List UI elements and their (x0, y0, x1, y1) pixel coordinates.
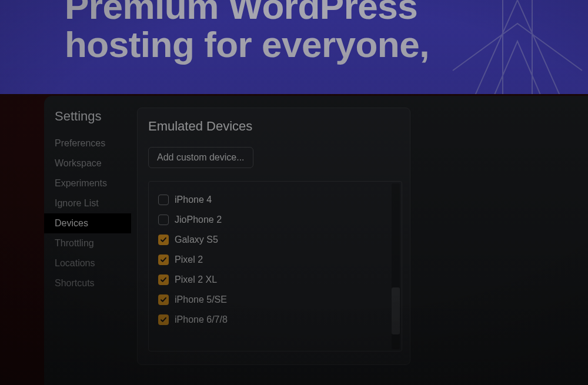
hero-banner: Premium WordPress hosting for everyone, (0, 0, 588, 94)
devtools-settings-panel: Settings PreferencesWorkspaceExperiments… (44, 96, 588, 385)
device-list-box: iPhone 4JioPhone 2Galaxy S5Pixel 2Pixel … (148, 181, 402, 351)
card-title: Emulated Devices (148, 119, 410, 134)
hero-line1: Premium WordPress (65, 0, 417, 26)
device-label: Pixel 2 XL (175, 274, 217, 285)
device-label: Pixel 2 (175, 255, 203, 265)
sidebar-item-devices[interactable]: Devices (44, 213, 131, 233)
settings-sidebar: Settings PreferencesWorkspaceExperiments… (44, 96, 131, 385)
settings-main: Emulated Devices Add custom device... iP… (131, 96, 588, 385)
hero-line2: hosting for everyone, (65, 24, 429, 65)
device-row[interactable]: JioPhone 2 (156, 210, 397, 230)
checkbox-checked-icon[interactable] (158, 274, 169, 285)
checkbox-checked-icon[interactable] (158, 314, 169, 325)
device-row[interactable]: Galaxy S5 (156, 230, 397, 250)
sidebar-item-experiments[interactable]: Experiments (52, 173, 131, 193)
sidebar-item-ignore-list[interactable]: Ignore List (52, 193, 131, 213)
device-label: JioPhone 2 (175, 215, 222, 225)
scrollbar-thumb[interactable] (392, 287, 400, 334)
device-row[interactable]: iPhone 6/7/8 (156, 310, 397, 330)
device-label: Galaxy S5 (175, 235, 218, 245)
add-custom-device-button[interactable]: Add custom device... (148, 147, 253, 168)
device-row[interactable]: Pixel 2 XL (156, 270, 397, 290)
sidebar-item-throttling[interactable]: Throttling (52, 233, 131, 253)
checkbox-checked-icon[interactable] (158, 255, 169, 265)
device-label: iPhone 4 (175, 195, 212, 205)
checkbox-checked-icon[interactable] (158, 294, 169, 305)
hero-headline: Premium WordPress hosting for everyone, (65, 0, 429, 63)
sidebar-item-preferences[interactable]: Preferences (52, 133, 131, 153)
device-row[interactable]: iPhone 5/SE (156, 290, 397, 310)
hero-geometric-graphic (447, 0, 588, 94)
sidebar-item-workspace[interactable]: Workspace (52, 153, 131, 173)
device-row[interactable]: Pixel 2 (156, 250, 397, 270)
device-row[interactable]: iPhone 4 (156, 190, 397, 210)
device-label: iPhone 6/7/8 (175, 314, 228, 325)
sidebar-item-shortcuts[interactable]: Shortcuts (52, 273, 131, 293)
screenshot-stage: Premium WordPress hosting for everyone, … (0, 0, 588, 385)
checkbox-checked-icon[interactable] (158, 235, 169, 245)
settings-title: Settings (52, 109, 131, 124)
device-label: iPhone 5/SE (175, 294, 227, 305)
checkbox-unchecked-icon[interactable] (158, 195, 169, 205)
sidebar-item-locations[interactable]: Locations (52, 253, 131, 273)
checkbox-unchecked-icon[interactable] (158, 215, 169, 225)
emulated-devices-card: Emulated Devices Add custom device... iP… (137, 108, 410, 365)
